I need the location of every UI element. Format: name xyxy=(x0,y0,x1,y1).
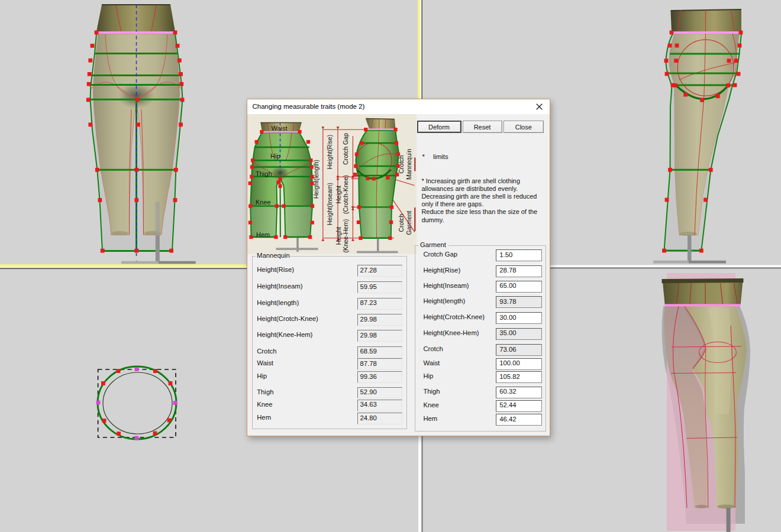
svg-text:Height(Inseam): Height(Inseam) xyxy=(325,183,333,225)
svg-text:Height: Height xyxy=(334,186,341,203)
svg-text:Height(Rise): Height(Rise) xyxy=(325,135,333,169)
svg-text:Hem: Hem xyxy=(256,231,270,238)
svg-text:Crotch: Crotch xyxy=(398,213,405,232)
svg-text:Hip: Hip xyxy=(270,153,280,160)
svg-text:Height(length): Height(length) xyxy=(312,160,320,199)
svg-text:Waist: Waist xyxy=(271,125,287,132)
svg-text:Crotch Gap: Crotch Gap xyxy=(342,133,349,165)
svg-text:(Knee-Hem): (Knee-Hem) xyxy=(341,219,348,252)
svg-text:Knee: Knee xyxy=(256,199,271,206)
svg-text:Thigh: Thigh xyxy=(256,170,272,177)
svg-text:Height: Height xyxy=(334,227,341,245)
svg-text:(Crotch-Knee): (Crotch-Knee) xyxy=(341,175,348,214)
svg-text:Mannequin: Mannequin xyxy=(405,149,412,180)
